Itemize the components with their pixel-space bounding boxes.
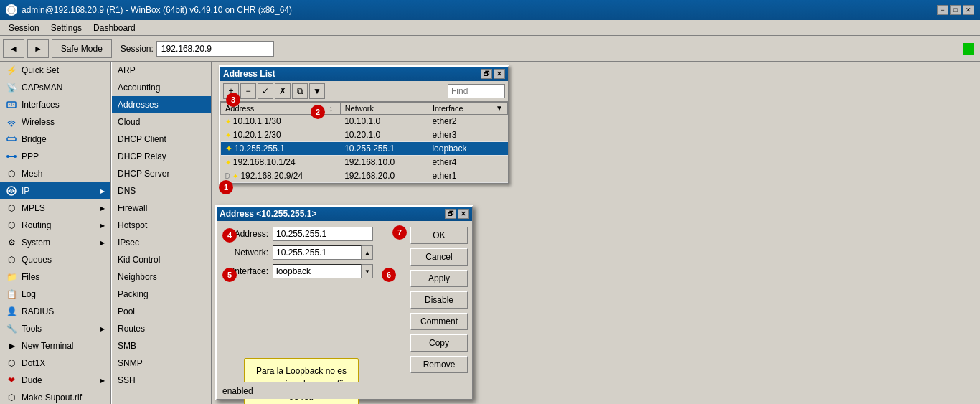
menu-settings[interactable]: Settings xyxy=(45,22,88,34)
copy-button[interactable]: Copy xyxy=(410,334,468,352)
address-row: Address: xyxy=(222,227,400,241)
menu-session[interactable]: Session xyxy=(3,22,45,34)
sidebar-item-capsman[interactable]: 📡 CAPsMAN xyxy=(0,79,110,96)
sidebar-label-tools: Tools xyxy=(22,324,42,334)
interface-input[interactable] xyxy=(273,264,362,278)
submenu-item-neighbors[interactable]: Neighbors xyxy=(112,268,211,286)
submenu-item-cloud[interactable]: Cloud xyxy=(112,113,211,131)
sidebar-label-files: Files xyxy=(22,272,39,282)
comment-button[interactable]: Comment xyxy=(410,313,468,330)
submenu-item-arp[interactable]: ARP xyxy=(112,62,211,79)
apply-button[interactable]: Apply xyxy=(410,270,468,287)
remove-button[interactable]: Remove xyxy=(410,356,468,373)
system-arrow-icon: ▶ xyxy=(100,240,105,246)
address-edit-dialog: 4 5 6 7 Address <10.255.255.1> 🗗 ✕ Addre… xyxy=(215,205,473,400)
sidebar-item-radius[interactable]: 👤 RADIUS xyxy=(0,303,110,320)
submenu-item-dns[interactable]: DNS xyxy=(112,182,211,199)
address-list-close-button[interactable]: ✕ xyxy=(494,69,505,79)
interface-dropdown-button[interactable]: ▼ xyxy=(362,264,373,278)
address-list-restore-button[interactable]: 🗗 xyxy=(481,69,492,79)
ip-arrow-icon: ▶ xyxy=(100,188,105,194)
sidebar-label-make-supout: Make Supout.rif xyxy=(22,393,82,403)
sidebar-item-tools[interactable]: 🔧 Tools ▶ xyxy=(0,320,110,337)
menu-bar: Session Settings Dashboard xyxy=(0,20,980,36)
remove-address-button[interactable]: − xyxy=(240,83,256,99)
row-flag-icon: ✦ xyxy=(225,144,232,154)
sidebar-item-files[interactable]: 📁 Files xyxy=(0,268,110,286)
submenu-item-dhcp-relay[interactable]: DHCP Relay xyxy=(112,148,211,165)
table-row[interactable]: ✦ 192.168.10.1/24 192.168.10.0 ether4 xyxy=(221,156,508,169)
annotation-circle-3: 3 xyxy=(226,93,240,107)
sidebar-item-mpls[interactable]: ⬡ MPLS ▶ xyxy=(0,199,110,217)
back-button[interactable]: ◄ xyxy=(3,39,24,58)
disable-address-button[interactable]: ✗ xyxy=(275,83,291,99)
submenu-item-addresses[interactable]: Addresses xyxy=(112,96,211,113)
sidebar-item-wireless[interactable]: Wireless xyxy=(0,113,110,131)
address-search-input[interactable] xyxy=(448,84,505,98)
sidebar-item-mesh[interactable]: ⬡ Mesh xyxy=(0,165,110,182)
submenu-item-packing[interactable]: Packing xyxy=(112,286,211,303)
dialog-restore-button[interactable]: 🗗 xyxy=(445,209,456,219)
address-input[interactable] xyxy=(273,227,373,241)
radius-icon: 👤 xyxy=(6,306,17,317)
sidebar-item-interfaces[interactable]: Interfaces xyxy=(0,96,110,113)
sidebar-label-dude: Dude xyxy=(22,375,42,385)
sidebar-item-routing[interactable]: ⬡ Routing ▶ xyxy=(0,217,110,234)
table-row[interactable]: D ✦ 192.168.20.9/24 192.168.20.0 ether1 xyxy=(221,169,508,183)
submenu-item-smb[interactable]: SMB xyxy=(112,337,211,354)
submenu-item-ssh[interactable]: SSH xyxy=(112,372,211,389)
col-sort[interactable]: ↕ xyxy=(324,103,340,115)
sidebar-item-dude[interactable]: ❤ Dude ▶ xyxy=(0,372,110,389)
sidebar-item-dot1x[interactable]: ⬡ Dot1X xyxy=(0,354,110,372)
submenu-item-kid-control[interactable]: Kid Control xyxy=(112,251,211,268)
sidebar: ⚡ Quick Set 📡 CAPsMAN Interfaces Wireles… xyxy=(0,62,111,404)
table-row[interactable]: ✦ 10.10.1.1/30 10.10.1.0 ether2 xyxy=(221,115,508,128)
forward-button[interactable]: ► xyxy=(27,39,49,58)
close-button[interactable]: ✕ xyxy=(963,5,974,15)
dialog-close-button[interactable]: ✕ xyxy=(458,209,469,219)
sidebar-item-ip[interactable]: IP ▶ xyxy=(0,182,110,199)
mpls-icon: ⬡ xyxy=(6,202,17,214)
address-table-container: Address ↕ Network Interface ▼ ✦ 10.10.1.… xyxy=(220,102,508,183)
minimize-button[interactable]: − xyxy=(937,5,948,15)
submenu-item-accounting[interactable]: Accounting xyxy=(112,79,211,96)
title-bar-left: admin@192.168.20.9 (R1) - WinBox (64bit)… xyxy=(6,4,292,16)
enable-address-button[interactable]: ✓ xyxy=(258,83,273,99)
safe-mode-button[interactable]: Safe Mode xyxy=(52,39,112,58)
filter-address-button[interactable]: ▼ xyxy=(309,83,325,99)
sidebar-item-new-terminal[interactable]: ▶ New Terminal xyxy=(0,337,110,354)
sidebar-label-quick-set: Quick Set xyxy=(22,65,59,75)
sidebar-item-make-supout[interactable]: ⬡ Make Supout.rif xyxy=(0,389,110,404)
submenu-item-routes[interactable]: Routes xyxy=(112,320,211,337)
submenu-item-dhcp-client[interactable]: DHCP Client xyxy=(112,131,211,148)
network-up-button[interactable]: ▲ xyxy=(362,245,373,260)
sidebar-item-system[interactable]: ⚙ System ▶ xyxy=(0,234,110,251)
sidebar-label-bridge: Bridge xyxy=(22,134,47,144)
submenu-item-dhcp-server[interactable]: DHCP Server xyxy=(112,165,211,182)
submenu-item-pool[interactable]: Pool xyxy=(112,303,211,320)
sidebar-item-bridge[interactable]: Bridge xyxy=(0,131,110,148)
copy-address-button[interactable]: ⧉ xyxy=(292,83,308,99)
menu-dashboard[interactable]: Dashboard xyxy=(88,22,141,34)
maximize-button[interactable]: □ xyxy=(950,5,961,15)
sidebar-item-queues[interactable]: ⬡ Queues xyxy=(0,251,110,268)
network-input[interactable] xyxy=(273,245,362,260)
ok-button[interactable]: OK xyxy=(410,227,468,244)
sidebar-label-interfaces: Interfaces xyxy=(22,100,60,110)
table-row[interactable]: ✦ 10.20.1.2/30 10.20.1.0 ether3 xyxy=(221,128,508,142)
sidebar-item-log[interactable]: 📋 Log xyxy=(0,286,110,303)
disable-button[interactable]: Disable xyxy=(410,291,468,309)
table-row-selected[interactable]: ✦ 10.255.255.1 10.255.255.1 loopback xyxy=(221,142,508,156)
annotation-circle-7: 7 xyxy=(392,225,407,240)
session-input[interactable] xyxy=(156,41,274,57)
sidebar-item-quick-set[interactable]: ⚡ Quick Set xyxy=(0,62,110,79)
submenu-item-firewall[interactable]: Firewall xyxy=(112,199,211,217)
col-network: Network xyxy=(340,103,428,115)
address-dialog-controls: 🗗 ✕ xyxy=(445,209,469,219)
sidebar-label-log: Log xyxy=(22,289,36,299)
sidebar-item-ppp[interactable]: PPP xyxy=(0,148,110,165)
submenu-item-snmp[interactable]: SNMP xyxy=(112,354,211,372)
submenu-item-hotspot[interactable]: Hotspot xyxy=(112,217,211,234)
submenu-item-ipsec[interactable]: IPsec xyxy=(112,234,211,251)
cancel-button[interactable]: Cancel xyxy=(410,248,468,266)
